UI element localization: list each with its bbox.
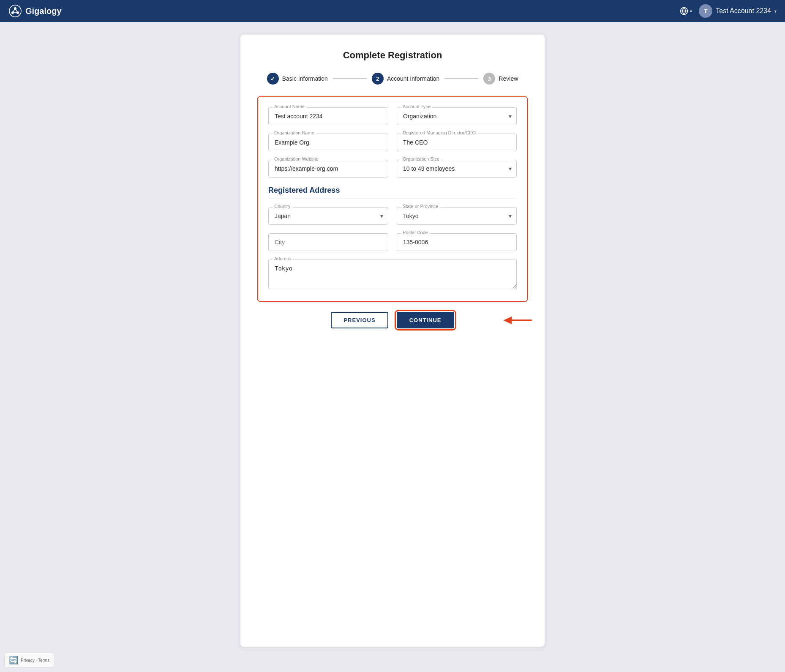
user-name: Test Account 2234 <box>716 7 771 15</box>
logo-icon <box>8 4 22 18</box>
address-group: Address Tokyo <box>268 260 517 291</box>
managing-director-label: Registered Managing Director/CEO <box>401 130 477 135</box>
recaptcha-badge: 🔄 Privacy · Terms <box>4 653 54 668</box>
main-content: Complete Registration ✓ Basic Informatio… <box>0 22 785 672</box>
state-label: State or Province <box>401 204 440 209</box>
org-name-group: Organization Name <box>268 134 388 151</box>
country-state-row: Country Japan United States United Kingd… <box>268 207 517 225</box>
account-type-select-wrapper: Organization Individual Enterprise <box>397 107 517 125</box>
step-1-label: Basic Information <box>282 75 328 82</box>
step-3-label: Review <box>499 75 518 82</box>
step-2: 2 Account Information <box>372 73 440 85</box>
form-section: Account Name Account Type Organization I… <box>257 96 528 302</box>
step-connector-2 <box>444 78 478 79</box>
registered-address-title: Registered Address <box>268 186 517 199</box>
svg-point-0 <box>9 5 21 17</box>
org-size-select-wrapper: 1 to 9 employees 10 to 49 employees 50 t… <box>397 160 517 178</box>
city-input[interactable] <box>268 233 388 251</box>
globe-icon <box>680 7 688 15</box>
svg-line-4 <box>15 8 18 13</box>
stepper: ✓ Basic Information 2 Account Informatio… <box>257 73 528 85</box>
country-label: Country <box>273 204 292 209</box>
logo-text: Gigalogy <box>25 6 62 16</box>
org-size-label: Organization Size <box>401 156 441 161</box>
address-textarea[interactable]: Tokyo <box>268 260 517 289</box>
account-type-group: Account Type Organization Individual Ent… <box>397 107 517 125</box>
account-row: Account Name Account Type Organization I… <box>268 107 517 125</box>
registration-card: Complete Registration ✓ Basic Informatio… <box>240 35 545 647</box>
step-1-circle: ✓ <box>267 73 279 85</box>
account-name-input[interactable] <box>268 107 388 125</box>
org-website-group: Organization Website <box>268 160 388 178</box>
postal-code-group: Postal Code <box>397 233 517 251</box>
svg-line-5 <box>13 8 15 13</box>
account-type-select[interactable]: Organization Individual Enterprise <box>397 107 517 125</box>
address-row: Address Tokyo <box>268 260 517 291</box>
avatar: T <box>699 4 712 18</box>
org-size-group: Organization Size 1 to 9 employees 10 to… <box>397 160 517 178</box>
button-row: PREVIOUS CONTINUE <box>257 312 528 328</box>
city-postal-row: Postal Code <box>268 233 517 251</box>
step-2-circle: 2 <box>372 73 384 85</box>
account-name-group: Account Name <box>268 107 388 125</box>
step-2-label: Account Information <box>387 75 440 82</box>
org-website-input[interactable] <box>268 160 388 178</box>
country-select[interactable]: Japan United States United Kingdom Austr… <box>268 207 388 225</box>
address-label: Address <box>273 256 293 261</box>
country-select-wrapper: Japan United States United Kingdom Austr… <box>268 207 388 225</box>
state-select[interactable]: Tokyo Osaka Kyoto Hokkaido <box>397 207 517 225</box>
step-3-circle: 3 <box>483 73 495 85</box>
step-3: 3 Review <box>483 73 518 85</box>
postal-code-input[interactable] <box>397 233 517 251</box>
page-title: Complete Registration <box>257 50 528 61</box>
org-info-row: Organization Name Registered Managing Di… <box>268 134 517 151</box>
logo: Gigalogy <box>8 4 62 18</box>
user-chevron: ▾ <box>774 9 777 14</box>
org-name-label: Organization Name <box>273 130 316 135</box>
header-right: ▾ T Test Account 2234 ▾ <box>680 4 777 18</box>
globe-dropdown[interactable]: ▾ <box>680 7 692 15</box>
postal-code-label: Postal Code <box>401 230 430 235</box>
arrow-indicator <box>502 314 532 326</box>
header: Gigalogy ▾ T Test Account 2234 ▾ <box>0 0 785 22</box>
recaptcha-text: Privacy · Terms <box>21 658 49 663</box>
account-type-label: Account Type <box>401 104 432 109</box>
arrow-right-icon <box>502 314 532 326</box>
city-group <box>268 233 388 251</box>
country-group: Country Japan United States United Kingd… <box>268 207 388 225</box>
org-website-label: Organization Website <box>273 156 320 161</box>
account-name-label: Account Name <box>273 104 306 109</box>
previous-button[interactable]: PREVIOUS <box>331 312 388 328</box>
managing-director-input[interactable] <box>397 134 517 151</box>
recaptcha-icon: 🔄 <box>9 656 18 665</box>
globe-chevron: ▾ <box>690 9 692 14</box>
website-size-row: Organization Website Organization Size 1… <box>268 160 517 178</box>
svg-marker-8 <box>503 317 512 324</box>
state-select-wrapper: Tokyo Osaka Kyoto Hokkaido <box>397 207 517 225</box>
state-group: State or Province Tokyo Osaka Kyoto Hokk… <box>397 207 517 225</box>
user-menu[interactable]: T Test Account 2234 ▾ <box>699 4 777 18</box>
continue-button[interactable]: CONTINUE <box>397 312 454 328</box>
managing-director-group: Registered Managing Director/CEO <box>397 134 517 151</box>
step-connector-1 <box>333 78 367 79</box>
org-name-input[interactable] <box>268 134 388 151</box>
org-size-select[interactable]: 1 to 9 employees 10 to 49 employees 50 t… <box>397 160 517 178</box>
step-1: ✓ Basic Information <box>267 73 328 85</box>
